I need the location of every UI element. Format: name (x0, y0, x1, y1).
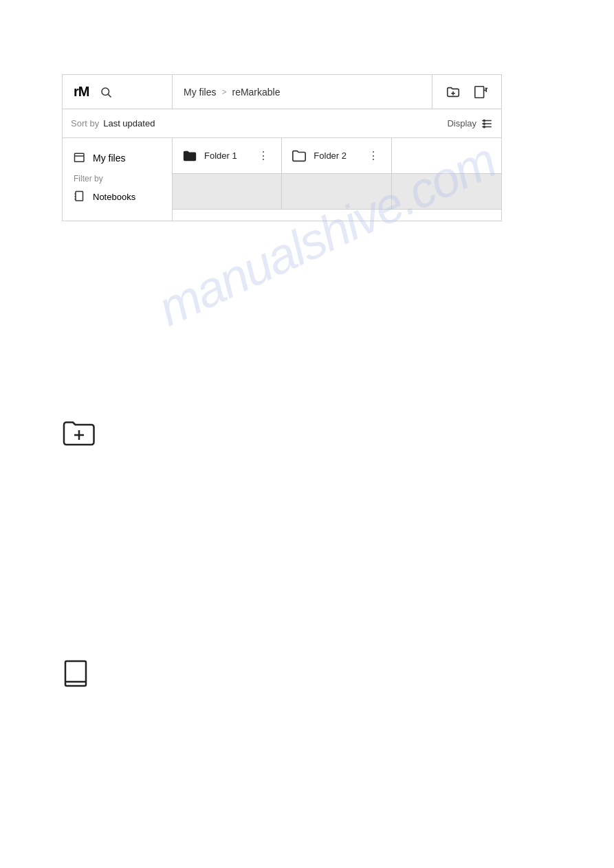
skeleton-cell-1 (173, 174, 282, 210)
breadcrumb-root[interactable]: My files (184, 87, 216, 98)
new-folder-button[interactable] (441, 80, 465, 104)
skeleton-row (173, 174, 501, 210)
tablet-device-icon (63, 660, 90, 687)
app-logo: rM (74, 84, 89, 100)
svg-point-0 (102, 88, 109, 96)
sort-value[interactable]: Last updated (103, 118, 155, 129)
sort-label: Sort by (71, 118, 99, 129)
display-label: Display (447, 118, 476, 129)
display-section[interactable]: Display (447, 118, 493, 130)
breadcrumb-current: reMarkable (232, 87, 280, 98)
folder-outline-icon (292, 149, 307, 163)
svg-point-13 (483, 126, 485, 127)
svg-line-1 (109, 94, 111, 97)
import-button[interactable] (468, 80, 493, 104)
file-item-empty (392, 138, 501, 174)
app-container: rM My files > reMarkable (62, 74, 502, 221)
sidebar: My files Filter by Notebooks (63, 138, 173, 221)
content-area: My files Filter by Notebooks (63, 138, 501, 221)
filter-label: Filter by (63, 170, 172, 185)
file-item-folder1[interactable]: Folder 1 ⋮ (173, 138, 282, 174)
file-item-left-1: Folder 1 (182, 149, 237, 163)
file-item-folder2[interactable]: Folder 2 ⋮ (282, 138, 391, 174)
sort-section: Sort by Last updated (71, 118, 155, 129)
my-files-icon (74, 152, 86, 164)
header-bar: rM My files > reMarkable (63, 75, 501, 109)
file-item-left-2: Folder 2 (292, 149, 347, 163)
folder1-more-button[interactable]: ⋮ (255, 146, 272, 165)
toolbar: Sort by Last updated Display (63, 109, 501, 138)
bottom-new-folder-icon-area (63, 419, 96, 456)
import-icon (473, 85, 488, 100)
folder-filled-icon (182, 149, 197, 163)
sidebar-item-my-files[interactable]: My files (63, 146, 172, 170)
my-files-label: My files (93, 153, 125, 164)
svg-rect-16 (76, 192, 83, 201)
files-area: Folder 1 ⋮ Folder 2 ⋮ (173, 138, 501, 221)
folder2-more-button[interactable]: ⋮ (365, 146, 382, 165)
svg-rect-14 (75, 153, 85, 162)
logo-section: rM (63, 75, 173, 109)
svg-rect-4 (475, 86, 484, 98)
skeleton-cell-2 (282, 174, 391, 210)
svg-point-12 (483, 122, 485, 124)
search-button[interactable] (100, 86, 112, 98)
new-folder-icon (446, 85, 461, 100)
skeleton-cell-3 (392, 174, 501, 210)
folder1-name: Folder 1 (204, 151, 237, 161)
notebooks-label: Notebooks (93, 192, 135, 202)
new-folder-plus-icon (63, 419, 96, 449)
files-grid: Folder 1 ⋮ Folder 2 ⋮ (173, 138, 501, 174)
header-actions (432, 75, 501, 109)
sidebar-item-notebooks[interactable]: Notebooks (63, 185, 172, 208)
breadcrumb-separator: > (221, 87, 226, 97)
search-icon (100, 86, 112, 98)
bottom-tablet-icon-area (63, 660, 90, 692)
folder2-name: Folder 2 (314, 151, 347, 161)
notebooks-icon (74, 190, 86, 203)
breadcrumb: My files > reMarkable (173, 75, 432, 109)
display-icon (481, 118, 493, 130)
svg-point-11 (483, 120, 485, 121)
